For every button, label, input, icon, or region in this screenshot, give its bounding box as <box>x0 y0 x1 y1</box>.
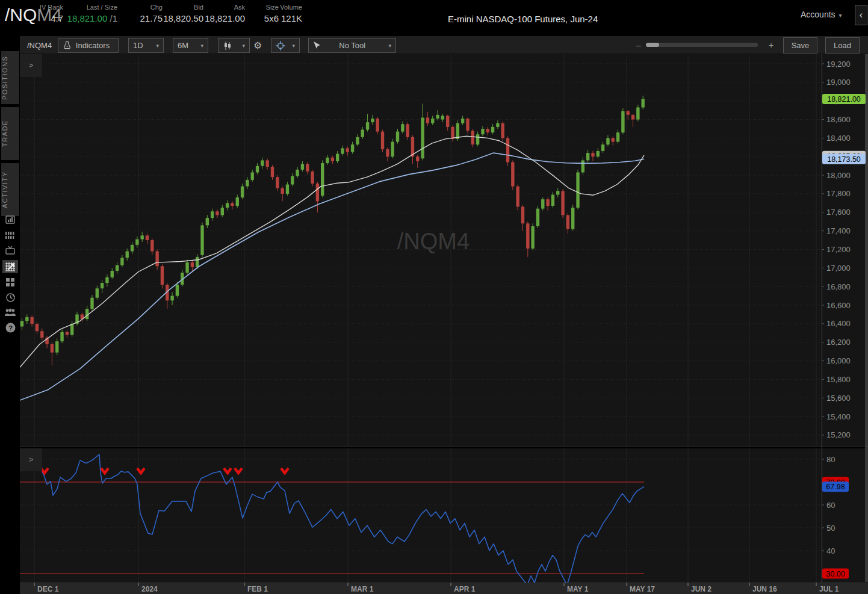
tab-positions[interactable]: POSITIONS <box>1 51 19 104</box>
last-size: /1 <box>107 13 117 23</box>
indicators-label: Indicators <box>76 41 110 50</box>
svg-text:18,821.00: 18,821.00 <box>827 95 861 104</box>
ask-value: 18,821.00 <box>197 13 245 23</box>
svg-text:80: 80 <box>826 455 835 464</box>
app-window: /NQM4 IV Rank 4.7 Last / Size 18,821.00 … <box>0 0 868 594</box>
svg-text:40: 40 <box>826 546 835 555</box>
chart-device-icon[interactable] <box>2 214 18 227</box>
timeframe-dropdown[interactable]: 1D ▾ <box>128 38 164 53</box>
svg-text:2024: 2024 <box>141 585 158 593</box>
chart-toolbar: /NQM4 Indicators 1D ▾ 6M ▾ ▾ ⚙ ▾ No Tool… <box>20 36 868 54</box>
quote-header: /NQM4 IV Rank 4.7 Last / Size 18,821.00 … <box>0 0 868 36</box>
svg-text:MAY 1: MAY 1 <box>567 585 589 593</box>
instrument-description: E-mini NASDAQ-100 Futures, Jun-24 <box>448 14 598 24</box>
svg-text:17,200: 17,200 <box>826 245 851 254</box>
chart-canvas[interactable]: 19,20019,00018,80018,60018,40018,20018,0… <box>20 54 868 594</box>
bid-value: 18,820.50 <box>155 13 203 23</box>
svg-text:17,400: 17,400 <box>826 226 851 235</box>
ask-label: Ask <box>197 4 245 12</box>
svg-text:JUN 16: JUN 16 <box>752 585 777 593</box>
svg-text:16,800: 16,800 <box>826 282 851 291</box>
drawing-tool-value: No Tool <box>339 41 365 50</box>
save-button[interactable]: Save <box>783 37 817 54</box>
zoom-slider-handle[interactable] <box>646 43 659 47</box>
svg-text:15,600: 15,600 <box>826 394 851 403</box>
svg-text:MAR 1: MAR 1 <box>351 585 374 593</box>
history-icon[interactable] <box>2 291 18 304</box>
svg-text:19,200: 19,200 <box>826 60 851 69</box>
quote-col-bid: Bid 18,820.50 <box>155 4 203 23</box>
load-label: Load <box>834 41 851 50</box>
quote-col-volume: Volume 121K <box>272 4 302 23</box>
studies-flask-icon <box>63 41 72 50</box>
active-chart-icon[interactable] <box>2 260 18 273</box>
svg-text:15,800: 15,800 <box>826 375 851 384</box>
volume-label: Volume <box>272 4 302 12</box>
gear-icon: ⚙ <box>253 40 262 51</box>
chevron-down-icon: ▾ <box>156 43 159 49</box>
svg-text:18,173.50: 18,173.50 <box>827 155 861 164</box>
svg-text:15,400: 15,400 <box>826 412 851 421</box>
rsi-pane-bg <box>20 448 868 582</box>
zoom-slider[interactable] <box>646 43 758 47</box>
svg-text:18,600: 18,600 <box>826 115 851 124</box>
svg-text:50: 50 <box>826 524 835 533</box>
crosshair-dropdown[interactable]: ▾ <box>271 38 300 53</box>
svg-text:17,800: 17,800 <box>826 189 851 198</box>
svg-text:30.00: 30.00 <box>826 570 845 578</box>
tv-icon[interactable] <box>2 244 18 257</box>
svg-text:19,000: 19,000 <box>826 78 851 87</box>
watermark: /NQM4 <box>397 229 470 254</box>
chevron-left-icon: ‹ <box>860 10 863 20</box>
svg-text:16,400: 16,400 <box>826 319 851 328</box>
chart-type-dropdown[interactable]: ▾ <box>218 38 250 53</box>
svg-text:17,600: 17,600 <box>826 208 851 217</box>
svg-text:16,600: 16,600 <box>826 301 851 310</box>
tab-activity[interactable]: ACTIVITY <box>1 163 19 216</box>
svg-text:DEC 1: DEC 1 <box>37 585 59 593</box>
chevron-down-icon: ▾ <box>388 43 391 49</box>
chart-settings-button[interactable]: ⚙ <box>253 38 262 53</box>
range-dropdown[interactable]: 6M ▾ <box>173 38 208 53</box>
zoom-in-button[interactable]: + <box>769 40 773 50</box>
toolbar-symbol: /NQM4 <box>27 41 52 50</box>
help-icon[interactable]: ? <box>2 321 18 334</box>
tab-trade[interactable]: TRADE <box>1 107 19 160</box>
svg-text:FEB 1: FEB 1 <box>247 585 268 593</box>
bid-label: Bid <box>155 4 203 12</box>
svg-text:JUN 2: JUN 2 <box>691 585 711 593</box>
svg-text:16,000: 16,000 <box>826 356 851 365</box>
chevron-down-icon: ▾ <box>292 43 295 49</box>
chart-svg: 19,20019,00018,80018,60018,40018,20018,0… <box>20 54 868 594</box>
community-icon[interactable] <box>2 306 18 319</box>
svg-text:67.98: 67.98 <box>826 483 845 491</box>
quote-col-last: Last / Size 18,821.00 /1 <box>54 4 117 23</box>
indicators-button[interactable]: Indicators <box>58 38 119 53</box>
crosshair-icon <box>276 41 285 51</box>
svg-text:17,000: 17,000 <box>826 264 851 273</box>
expand-lower-pane-button[interactable]: > <box>20 448 42 471</box>
last-value: 18,821.00 <box>67 13 108 23</box>
svg-text:?: ? <box>8 324 13 331</box>
svg-text:18,000: 18,000 <box>826 171 851 180</box>
zoom-out-button[interactable]: – <box>636 40 641 50</box>
expand-upper-pane-button[interactable]: > <box>20 54 42 77</box>
timeframe-value: 1D <box>133 41 143 50</box>
volume-value: 121K <box>272 13 302 23</box>
scrollbar <box>865 54 868 582</box>
chevron-down-icon: ▾ <box>839 12 842 19</box>
svg-text:16,200: 16,200 <box>826 338 851 347</box>
save-label: Save <box>792 41 810 50</box>
svg-text:JUL 1: JUL 1 <box>819 585 839 593</box>
load-button[interactable]: Load <box>825 37 860 54</box>
chevron-down-icon: ▾ <box>200 43 203 49</box>
svg-text:MAY 17: MAY 17 <box>630 585 655 593</box>
last-label: Last / Size <box>54 4 117 12</box>
grid-icon[interactable] <box>2 276 18 289</box>
list-icon[interactable] <box>2 229 18 242</box>
svg-text:60: 60 <box>826 501 835 510</box>
drawing-tool-dropdown[interactable]: No Tool ▾ <box>308 38 396 53</box>
accounts-menu[interactable]: Accounts▾ <box>801 10 842 19</box>
collapse-panel-button[interactable]: ‹ <box>855 5 867 25</box>
svg-text:APR 1: APR 1 <box>454 585 476 593</box>
